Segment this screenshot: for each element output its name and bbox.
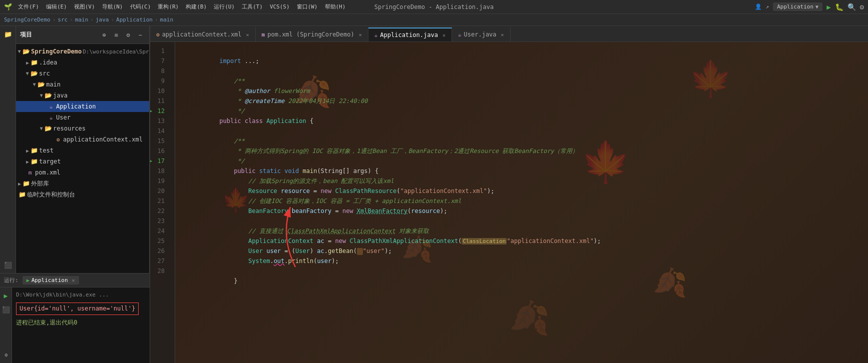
tree-label-path: D:\workspaceIdea\SpringCoreDemo bbox=[83, 48, 149, 55]
tree-label-test: test bbox=[39, 147, 54, 154]
menu-code[interactable]: 代码(C) bbox=[127, 2, 154, 12]
editor-section: ⚙ applicationContext.xml ✕ m pom.xml (Sp… bbox=[150, 26, 868, 363]
tree-label-idea: .idea bbox=[39, 59, 57, 66]
right-controls: 👤 ↗ Application ▼ ▶ 🐛 🔍 ⚙ bbox=[755, 2, 864, 11]
debug-button[interactable]: 🐛 bbox=[835, 3, 843, 11]
close-sidebar-btn[interactable]: − bbox=[135, 30, 145, 40]
tree-label-pom: pom.xml bbox=[35, 169, 61, 176]
stop-run-btn[interactable]: ⬛ bbox=[0, 304, 12, 316]
tree-item-external[interactable]: ▶ 📁 外部库 bbox=[16, 178, 149, 189]
line-11: 11 bbox=[152, 96, 169, 106]
run-output-text: User{id='null', username='null'} bbox=[16, 302, 139, 315]
line-15: 15 bbox=[152, 136, 169, 146]
tree-item-test[interactable]: ▶ 📁 test bbox=[16, 145, 149, 156]
terminal-btn[interactable]: ⬛ bbox=[2, 259, 14, 271]
menu-refactor[interactable]: 重构(R) bbox=[155, 2, 182, 12]
collapse-all-btn[interactable]: ⊕ bbox=[99, 30, 109, 40]
tree-item-appcontext-xml[interactable]: ⚙ applicationContext.xml bbox=[16, 134, 149, 145]
tree-label-target: target bbox=[39, 158, 61, 165]
line-10: 10 bbox=[152, 86, 169, 96]
settings-icon[interactable]: ⚙ bbox=[860, 3, 864, 11]
chevron-icon: ▶ bbox=[26, 159, 29, 164]
editor-content[interactable]: 🍂 🍁 🍂 🍁 🍂 🍁 🍂 1 7 8 9 10 11 12 ▶ 13 bbox=[150, 42, 868, 363]
tab-appcontext[interactable]: ⚙ applicationContext.xml ✕ bbox=[150, 28, 256, 42]
menu-tools[interactable]: 工具(T) bbox=[239, 2, 266, 12]
code-line-17: public static void main(String[] args) { bbox=[183, 156, 868, 166]
folder-orange-icon: 📁 bbox=[30, 158, 38, 166]
breadcrumb-app[interactable]: SpringCoreDemo bbox=[4, 16, 51, 23]
tree-item-springcoredemo[interactable]: ▶ 📂 SpringCoreDemo D:\workspaceIdea\Spri… bbox=[16, 46, 149, 57]
close-tab-appcontext[interactable]: ✕ bbox=[246, 32, 249, 38]
java-file-icon: ☕ bbox=[47, 114, 55, 122]
tree-item-application[interactable]: ☕ Application bbox=[16, 101, 149, 112]
search-everywhere-icon[interactable]: 🔍 bbox=[847, 3, 856, 11]
tree-item-src[interactable]: ▶ 📂 src bbox=[16, 68, 149, 79]
menu-bar: 文件(F) 编辑(E) 视图(V) 导航(N) 代码(C) 重构(R) 构建(B… bbox=[15, 2, 348, 12]
breadcrumb-src[interactable]: src bbox=[58, 16, 68, 23]
tree-item-target[interactable]: ▶ 📁 target bbox=[16, 156, 149, 167]
menu-edit[interactable]: 编辑(E) bbox=[43, 2, 70, 12]
window-title: SpringCoreDemo - Application.java bbox=[374, 4, 494, 10]
menu-help[interactable]: 帮助(H) bbox=[322, 2, 349, 12]
tab-label-user: User.java bbox=[464, 31, 497, 38]
tree-item-resources[interactable]: ▶ 📂 resources bbox=[16, 123, 149, 134]
sort-btn[interactable]: ≡ bbox=[111, 30, 121, 40]
tree-label-springcoredemo: SpringCoreDemo bbox=[31, 48, 82, 55]
menu-navigate[interactable]: 导航(N) bbox=[99, 2, 126, 12]
java-tab-icon: ☕ bbox=[374, 32, 378, 38]
folder-icon: 📁 bbox=[18, 190, 26, 198]
close-tab-pom[interactable]: ✕ bbox=[359, 32, 362, 38]
breadcrumb-bar: SpringCoreDemo › src › main › java › App… bbox=[0, 14, 868, 26]
chevron-icon: ▶ bbox=[17, 50, 23, 53]
tree-item-temp[interactable]: 📁 临时文件和控制台 bbox=[16, 189, 149, 200]
folder-blue-icon: 📁 bbox=[30, 58, 38, 66]
tree-item-pom[interactable]: m pom.xml bbox=[16, 167, 149, 178]
tree-item-idea[interactable]: ▶ 📁 .idea bbox=[16, 57, 149, 68]
run-again-btn[interactable]: ▶ bbox=[0, 290, 12, 302]
code-area[interactable]: import ...; /** * @author flowerWorm * @… bbox=[175, 42, 868, 363]
menu-view[interactable]: 视图(V) bbox=[71, 2, 98, 12]
format-run-btn[interactable]: ⚙ bbox=[0, 349, 12, 361]
line-13: 13 bbox=[152, 116, 169, 126]
run-output: D:\Work\jdk\bin\java.exe ... User{id='nu… bbox=[12, 288, 150, 363]
menu-build[interactable]: 构建(B) bbox=[183, 2, 210, 12]
settings-btn[interactable]: ⚙ bbox=[123, 30, 133, 40]
menu-run[interactable]: 运行(U) bbox=[211, 2, 238, 12]
project-view-btn[interactable]: 📁 bbox=[2, 28, 14, 40]
left-activity-bar: 📁 ⬛ bbox=[0, 26, 16, 273]
close-tab-application[interactable]: ✕ bbox=[443, 32, 446, 38]
tree-item-main[interactable]: ▶ 📂 main bbox=[16, 79, 149, 90]
breadcrumb-method[interactable]: main bbox=[160, 16, 174, 23]
pom-tab-icon: m bbox=[262, 32, 265, 38]
code-line-9: * @author flowerWorm bbox=[183, 76, 868, 86]
run-label: 运行: bbox=[4, 276, 19, 284]
run-tab-label: Application bbox=[32, 277, 68, 284]
breadcrumb-class[interactable]: Application bbox=[116, 16, 153, 23]
menu-file[interactable]: 文件(F) bbox=[15, 2, 42, 12]
run-tab-application[interactable]: ▶ Application ✕ bbox=[23, 276, 79, 284]
tab-pom[interactable]: m pom.xml (SpringCoreDemo) ✕ bbox=[256, 28, 368, 42]
line-25: 25 bbox=[152, 236, 169, 246]
line-14: 14 bbox=[152, 126, 169, 136]
close-run-tab-icon[interactable]: ✕ bbox=[72, 278, 75, 283]
menu-window[interactable]: 窗口(W) bbox=[294, 2, 321, 12]
line-19: 19 bbox=[152, 176, 169, 186]
code-line-28: } bbox=[183, 266, 868, 276]
breadcrumb-java[interactable]: java bbox=[96, 16, 109, 23]
run-path-line: D:\Work\jdk\bin\java.exe ... bbox=[16, 290, 146, 300]
line-26: 26 bbox=[152, 246, 169, 256]
git-icon: ↗ bbox=[766, 4, 769, 10]
breadcrumb-main[interactable]: main bbox=[75, 16, 89, 23]
tab-application[interactable]: ☕ Application.java ✕ bbox=[368, 28, 452, 42]
run-config-selector[interactable]: Application ▼ bbox=[773, 2, 822, 11]
run-exit-msg: 进程已结束,退出代码0 bbox=[16, 318, 146, 328]
menu-vcs[interactable]: VCS(S) bbox=[267, 2, 293, 11]
tree-label-user: User bbox=[56, 114, 71, 121]
tree-item-user[interactable]: ☕ User bbox=[16, 112, 149, 123]
run-button[interactable]: ▶ bbox=[826, 3, 830, 11]
tab-user[interactable]: ☕ User.java ✕ bbox=[452, 28, 511, 42]
run-panel: 运行: ▶ Application ✕ ▶ ⬛ ⚙ D:\Work\jdk\bi bbox=[0, 273, 150, 363]
tree-label-main: main bbox=[46, 81, 61, 88]
tree-item-java[interactable]: ▶ 📂 java bbox=[16, 90, 149, 101]
close-tab-user[interactable]: ✕ bbox=[501, 32, 504, 38]
